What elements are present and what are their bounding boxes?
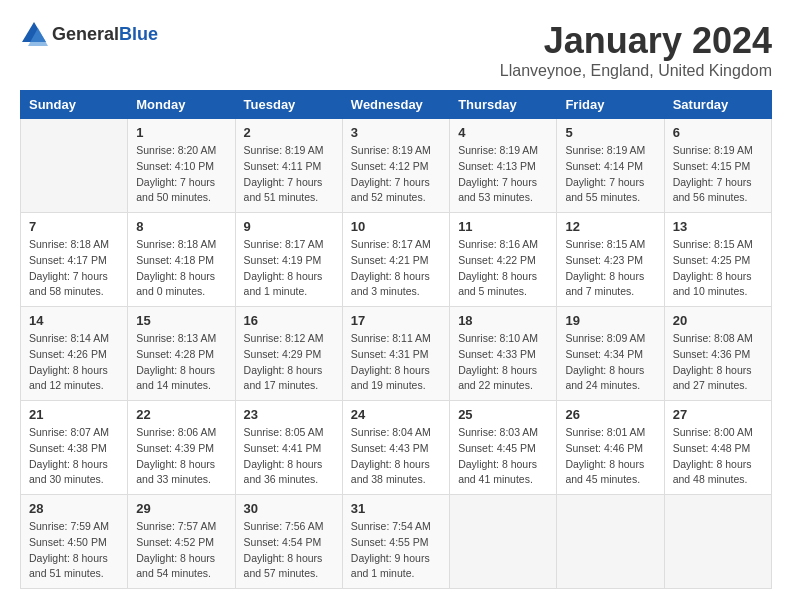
title-area: January 2024 Llanveynoe, England, United… — [500, 20, 772, 80]
day-info: Sunrise: 8:18 AMSunset: 4:17 PMDaylight:… — [29, 237, 119, 300]
day-header-sunday: Sunday — [21, 91, 128, 119]
day-cell: 15Sunrise: 8:13 AMSunset: 4:28 PMDayligh… — [128, 307, 235, 401]
day-info: Sunrise: 8:17 AMSunset: 4:21 PMDaylight:… — [351, 237, 441, 300]
day-info: Sunrise: 8:03 AMSunset: 4:45 PMDaylight:… — [458, 425, 548, 488]
day-cell: 1Sunrise: 8:20 AMSunset: 4:10 PMDaylight… — [128, 119, 235, 213]
day-info: Sunrise: 8:15 AMSunset: 4:23 PMDaylight:… — [565, 237, 655, 300]
day-cell: 8Sunrise: 8:18 AMSunset: 4:18 PMDaylight… — [128, 213, 235, 307]
day-info: Sunrise: 8:20 AMSunset: 4:10 PMDaylight:… — [136, 143, 226, 206]
day-header-saturday: Saturday — [664, 91, 771, 119]
day-cell — [21, 119, 128, 213]
day-info: Sunrise: 8:07 AMSunset: 4:38 PMDaylight:… — [29, 425, 119, 488]
day-number: 23 — [244, 407, 334, 422]
day-cell: 25Sunrise: 8:03 AMSunset: 4:45 PMDayligh… — [450, 401, 557, 495]
day-header-friday: Friday — [557, 91, 664, 119]
day-number: 17 — [351, 313, 441, 328]
day-info: Sunrise: 8:19 AMSunset: 4:13 PMDaylight:… — [458, 143, 548, 206]
day-header-monday: Monday — [128, 91, 235, 119]
day-number: 3 — [351, 125, 441, 140]
day-number: 11 — [458, 219, 548, 234]
day-number: 24 — [351, 407, 441, 422]
day-cell: 5Sunrise: 8:19 AMSunset: 4:14 PMDaylight… — [557, 119, 664, 213]
day-cell: 14Sunrise: 8:14 AMSunset: 4:26 PMDayligh… — [21, 307, 128, 401]
day-info: Sunrise: 8:12 AMSunset: 4:29 PMDaylight:… — [244, 331, 334, 394]
day-cell — [557, 495, 664, 589]
day-number: 21 — [29, 407, 119, 422]
logo: GeneralBlue — [20, 20, 158, 48]
day-number: 20 — [673, 313, 763, 328]
day-info: Sunrise: 8:06 AMSunset: 4:39 PMDaylight:… — [136, 425, 226, 488]
day-info: Sunrise: 8:04 AMSunset: 4:43 PMDaylight:… — [351, 425, 441, 488]
day-number: 19 — [565, 313, 655, 328]
day-number: 27 — [673, 407, 763, 422]
day-info: Sunrise: 8:15 AMSunset: 4:25 PMDaylight:… — [673, 237, 763, 300]
logo-blue: Blue — [119, 24, 158, 44]
day-info: Sunrise: 8:16 AMSunset: 4:22 PMDaylight:… — [458, 237, 548, 300]
day-info: Sunrise: 8:19 AMSunset: 4:12 PMDaylight:… — [351, 143, 441, 206]
day-info: Sunrise: 8:14 AMSunset: 4:26 PMDaylight:… — [29, 331, 119, 394]
day-info: Sunrise: 8:00 AMSunset: 4:48 PMDaylight:… — [673, 425, 763, 488]
day-cell — [450, 495, 557, 589]
day-number: 7 — [29, 219, 119, 234]
day-cell: 3Sunrise: 8:19 AMSunset: 4:12 PMDaylight… — [342, 119, 449, 213]
day-info: Sunrise: 8:19 AMSunset: 4:11 PMDaylight:… — [244, 143, 334, 206]
day-number: 28 — [29, 501, 119, 516]
day-cell: 20Sunrise: 8:08 AMSunset: 4:36 PMDayligh… — [664, 307, 771, 401]
logo-general: General — [52, 24, 119, 44]
day-info: Sunrise: 8:13 AMSunset: 4:28 PMDaylight:… — [136, 331, 226, 394]
day-info: Sunrise: 8:17 AMSunset: 4:19 PMDaylight:… — [244, 237, 334, 300]
location-title: Llanveynoe, England, United Kingdom — [500, 62, 772, 80]
day-cell: 27Sunrise: 8:00 AMSunset: 4:48 PMDayligh… — [664, 401, 771, 495]
day-number: 8 — [136, 219, 226, 234]
week-row-2: 7Sunrise: 8:18 AMSunset: 4:17 PMDaylight… — [21, 213, 772, 307]
day-info: Sunrise: 7:56 AMSunset: 4:54 PMDaylight:… — [244, 519, 334, 582]
day-number: 16 — [244, 313, 334, 328]
day-cell: 7Sunrise: 8:18 AMSunset: 4:17 PMDaylight… — [21, 213, 128, 307]
day-cell: 6Sunrise: 8:19 AMSunset: 4:15 PMDaylight… — [664, 119, 771, 213]
day-number: 12 — [565, 219, 655, 234]
week-row-5: 28Sunrise: 7:59 AMSunset: 4:50 PMDayligh… — [21, 495, 772, 589]
day-cell: 19Sunrise: 8:09 AMSunset: 4:34 PMDayligh… — [557, 307, 664, 401]
day-number: 4 — [458, 125, 548, 140]
day-cell: 12Sunrise: 8:15 AMSunset: 4:23 PMDayligh… — [557, 213, 664, 307]
logo-icon — [20, 20, 48, 48]
day-number: 22 — [136, 407, 226, 422]
day-number: 1 — [136, 125, 226, 140]
day-info: Sunrise: 8:05 AMSunset: 4:41 PMDaylight:… — [244, 425, 334, 488]
day-header-thursday: Thursday — [450, 91, 557, 119]
day-number: 31 — [351, 501, 441, 516]
day-cell: 17Sunrise: 8:11 AMSunset: 4:31 PMDayligh… — [342, 307, 449, 401]
day-cell: 9Sunrise: 8:17 AMSunset: 4:19 PMDaylight… — [235, 213, 342, 307]
day-cell: 22Sunrise: 8:06 AMSunset: 4:39 PMDayligh… — [128, 401, 235, 495]
day-number: 2 — [244, 125, 334, 140]
day-number: 10 — [351, 219, 441, 234]
day-info: Sunrise: 7:59 AMSunset: 4:50 PMDaylight:… — [29, 519, 119, 582]
day-cell: 24Sunrise: 8:04 AMSunset: 4:43 PMDayligh… — [342, 401, 449, 495]
day-headers-row: SundayMondayTuesdayWednesdayThursdayFrid… — [21, 91, 772, 119]
day-cell: 30Sunrise: 7:56 AMSunset: 4:54 PMDayligh… — [235, 495, 342, 589]
day-number: 26 — [565, 407, 655, 422]
day-cell: 21Sunrise: 8:07 AMSunset: 4:38 PMDayligh… — [21, 401, 128, 495]
day-number: 15 — [136, 313, 226, 328]
day-cell: 4Sunrise: 8:19 AMSunset: 4:13 PMDaylight… — [450, 119, 557, 213]
week-row-4: 21Sunrise: 8:07 AMSunset: 4:38 PMDayligh… — [21, 401, 772, 495]
week-row-1: 1Sunrise: 8:20 AMSunset: 4:10 PMDaylight… — [21, 119, 772, 213]
day-number: 5 — [565, 125, 655, 140]
day-info: Sunrise: 8:09 AMSunset: 4:34 PMDaylight:… — [565, 331, 655, 394]
day-cell: 29Sunrise: 7:57 AMSunset: 4:52 PMDayligh… — [128, 495, 235, 589]
day-number: 6 — [673, 125, 763, 140]
day-number: 18 — [458, 313, 548, 328]
day-cell: 18Sunrise: 8:10 AMSunset: 4:33 PMDayligh… — [450, 307, 557, 401]
day-cell: 31Sunrise: 7:54 AMSunset: 4:55 PMDayligh… — [342, 495, 449, 589]
day-cell — [664, 495, 771, 589]
day-info: Sunrise: 8:11 AMSunset: 4:31 PMDaylight:… — [351, 331, 441, 394]
day-header-tuesday: Tuesday — [235, 91, 342, 119]
day-cell: 11Sunrise: 8:16 AMSunset: 4:22 PMDayligh… — [450, 213, 557, 307]
day-cell: 26Sunrise: 8:01 AMSunset: 4:46 PMDayligh… — [557, 401, 664, 495]
day-number: 30 — [244, 501, 334, 516]
calendar-table: SundayMondayTuesdayWednesdayThursdayFrid… — [20, 90, 772, 589]
day-cell: 10Sunrise: 8:17 AMSunset: 4:21 PMDayligh… — [342, 213, 449, 307]
logo-text: GeneralBlue — [52, 24, 158, 45]
day-info: Sunrise: 8:01 AMSunset: 4:46 PMDaylight:… — [565, 425, 655, 488]
day-number: 9 — [244, 219, 334, 234]
